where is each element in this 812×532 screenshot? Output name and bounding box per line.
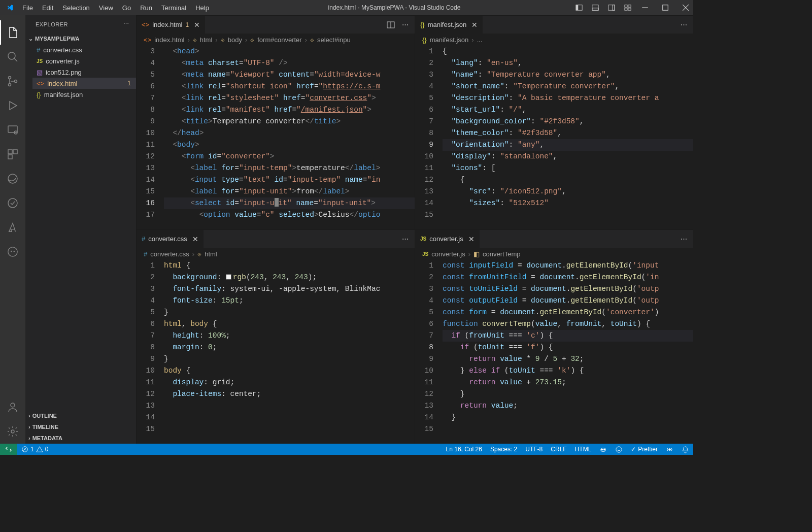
svg-point-36 — [601, 448, 603, 450]
menu-bar: File Edit Selection View Go Run Terminal… — [18, 2, 213, 14]
more-actions-icon[interactable]: ⋯ — [681, 235, 687, 243]
breadcrumb[interactable]: JS converter.js ›◧ convertTemp — [415, 248, 693, 260]
status-copilot-icon[interactable] — [595, 444, 611, 455]
status-encoding[interactable]: UTF-8 — [521, 444, 547, 455]
svg-point-39 — [616, 446, 622, 452]
menu-terminal[interactable]: Terminal — [157, 2, 190, 14]
status-problems[interactable]: 1 0 — [17, 444, 52, 455]
file-item[interactable]: {}manifest.json — [32, 89, 136, 100]
accounts-icon[interactable] — [0, 395, 25, 419]
azure-icon[interactable] — [0, 215, 25, 240]
status-feedback-icon[interactable] — [611, 444, 627, 455]
more-actions-icon[interactable]: ⋯ — [402, 235, 409, 243]
tab-converter-js[interactable]: JS converter.js ✕ — [415, 230, 480, 248]
svg-point-14 — [8, 52, 15, 59]
file-item[interactable]: <>index.html1 — [32, 78, 136, 89]
svg-point-29 — [11, 403, 15, 407]
json-file-icon: {} — [420, 21, 425, 28]
tab-close-icon[interactable]: ✕ — [471, 21, 478, 29]
status-live-icon[interactable] — [662, 444, 678, 455]
extensions-icon[interactable] — [0, 142, 25, 167]
file-item[interactable]: ▧icon512.png — [32, 66, 136, 78]
toggle-panel-icon[interactable] — [592, 4, 599, 11]
status-language[interactable]: HTML — [571, 444, 596, 455]
more-actions-icon[interactable]: ⋯ — [681, 21, 687, 28]
file-item[interactable]: JSconverter.js — [32, 55, 136, 66]
breadcrumb[interactable]: {} manifest.json ›... — [415, 34, 693, 46]
chevron-right-icon: › — [28, 424, 30, 430]
tab-manifest-json[interactable]: {} manifest.json ✕ — [415, 16, 483, 34]
editor-pane-index-html: <> index.html 1 ✕ ⋯ <> index.html ›⟐ htm… — [136, 15, 415, 229]
sidebar-section-metadata[interactable]: ›METADATA — [25, 433, 136, 444]
menu-view[interactable]: View — [95, 2, 117, 14]
file-type-icon: <> — [37, 80, 44, 87]
file-type-icon: JS — [37, 58, 43, 64]
svg-rect-1 — [576, 5, 578, 11]
svg-rect-2 — [592, 5, 598, 11]
svg-rect-4 — [608, 5, 615, 11]
edge-icon[interactable] — [0, 167, 25, 191]
svg-rect-19 — [8, 126, 17, 132]
title-bar: File Edit Selection View Go Run Terminal… — [0, 0, 693, 15]
window-controls — [641, 4, 689, 11]
menu-help[interactable]: Help — [191, 2, 213, 14]
run-debug-icon[interactable] — [0, 93, 25, 118]
github-icon[interactable] — [0, 240, 25, 264]
sidebar-section-timeline[interactable]: ›TIMELINE — [25, 421, 136, 433]
remote-explorer-icon[interactable] — [0, 118, 25, 142]
status-notifications-icon[interactable] — [678, 444, 693, 455]
breadcrumb[interactable]: # converter.css ›⟐ html — [137, 248, 415, 260]
status-prettier[interactable]: ✓ Prettier — [627, 444, 662, 455]
menu-selection[interactable]: Selection — [58, 2, 93, 14]
editor-pane-converter-css: # converter.css ✕ ⋯ # converter.css ›⟐ h… — [136, 229, 415, 444]
search-icon[interactable] — [0, 45, 25, 69]
tab-index-html[interactable]: <> index.html 1 ✕ — [137, 16, 206, 34]
minimize-icon[interactable] — [641, 4, 649, 11]
tab-close-icon[interactable]: ✕ — [192, 235, 198, 243]
status-cursor-position[interactable]: Ln 16, Col 26 — [442, 444, 486, 455]
tab-converter-css[interactable]: # converter.css ✕ — [137, 230, 204, 248]
sidebar-section-outline[interactable]: ›OUTLINE — [25, 410, 136, 421]
editor-pane-manifest-json: {} manifest.json ✕ ⋯ {} manifest.json ›.… — [415, 15, 693, 229]
split-editor-icon[interactable] — [387, 21, 395, 29]
file-item[interactable]: #converter.css — [32, 44, 136, 55]
js-file-icon: JS — [420, 236, 426, 242]
close-icon[interactable] — [682, 4, 689, 11]
toggle-secondary-sidebar-icon[interactable] — [608, 4, 615, 11]
code-editor[interactable]: 123456789101112131415 const inputField =… — [415, 260, 693, 444]
testing-icon[interactable] — [0, 191, 25, 215]
project-section[interactable]: ⌄ MYSAMPLEPWA — [25, 33, 136, 44]
code-editor[interactable]: 34567891011121314151617 <head> <meta cha… — [137, 46, 415, 229]
status-bar: 1 0 Ln 16, Col 26 Spaces: 2 UTF-8 CRLF H… — [0, 444, 693, 455]
more-actions-icon[interactable]: ⋯ — [402, 21, 409, 28]
tab-close-icon[interactable]: ✕ — [468, 235, 475, 243]
code-editor[interactable]: 123456789101112131415 html { background:… — [137, 260, 415, 444]
explorer-icon[interactable] — [0, 20, 25, 45]
explorer-more-icon[interactable]: ⋯ — [123, 21, 129, 27]
svg-rect-8 — [625, 8, 627, 10]
status-eol[interactable]: CRLF — [547, 444, 570, 455]
menu-edit[interactable]: Edit — [38, 2, 57, 14]
status-spaces[interactable]: Spaces: 2 — [486, 444, 521, 455]
explorer-sidebar: EXPLORER ⋯ ⌄ MYSAMPLEPWA #converter.cssJ… — [25, 15, 136, 444]
svg-rect-23 — [8, 155, 12, 159]
activity-bar — [0, 15, 25, 444]
svg-point-18 — [15, 80, 17, 83]
customize-layout-icon[interactable] — [624, 4, 631, 11]
code-editor[interactable]: 123456789101112131415 { "lang": "en-us",… — [415, 46, 693, 229]
settings-gear-icon[interactable] — [0, 419, 25, 444]
toggle-primary-sidebar-icon[interactable] — [576, 4, 583, 11]
tab-close-icon[interactable]: ✕ — [194, 21, 200, 29]
maximize-icon[interactable] — [662, 4, 669, 11]
menu-go[interactable]: Go — [118, 2, 135, 14]
svg-rect-11 — [663, 5, 668, 11]
source-control-icon[interactable] — [0, 69, 25, 93]
svg-rect-22 — [13, 150, 17, 154]
editor-grid: <> index.html 1 ✕ ⋯ <> index.html ›⟐ htm… — [136, 15, 693, 444]
chevron-down-icon: ⌄ — [28, 36, 33, 42]
menu-run[interactable]: Run — [136, 2, 156, 14]
remote-indicator-icon[interactable] — [0, 444, 17, 455]
breadcrumb[interactable]: <> index.html ›⟐ html ›⟐ body ›⟐ form#co… — [137, 34, 415, 46]
menu-file[interactable]: File — [18, 2, 37, 14]
svg-point-37 — [603, 448, 605, 450]
